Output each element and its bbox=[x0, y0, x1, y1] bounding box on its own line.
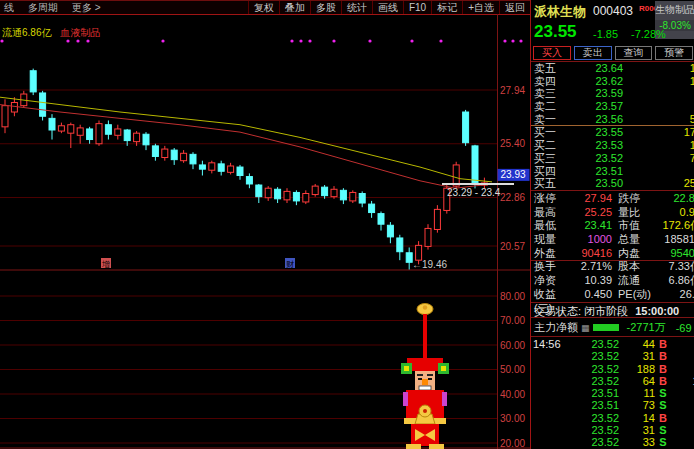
quote-panel: 派林生物 000403 R000 生物制品 -8.03% 23.55 -1.85… bbox=[530, 0, 694, 449]
stats-grid: 涨停27.94跌停22.86最高25.25量比0.93最低23.41市值172.… bbox=[531, 192, 694, 302]
trade-buttons: 买入卖出查询预警 bbox=[533, 46, 693, 60]
stock-name: 派林生物 bbox=[534, 3, 586, 21]
candle-body bbox=[190, 154, 196, 164]
candle-body bbox=[359, 194, 365, 204]
candle-body bbox=[2, 106, 8, 127]
indicator-axis-label: 30.00 bbox=[500, 413, 525, 424]
tick-row-4: 23.5111S4 bbox=[531, 387, 694, 399]
ma-line-red bbox=[0, 105, 492, 189]
stat-row-1: 最高25.25量比0.93 bbox=[531, 206, 694, 220]
chart-info-line: 流通6.86亿 血液制品 bbox=[2, 26, 100, 40]
ask-row[interactable]: 卖一23.5655 bbox=[531, 113, 694, 126]
candle-body bbox=[40, 93, 46, 116]
kline-chart-area[interactable]: 流通6.86亿 血液制品 27.9425.4022.8620.5780.0070… bbox=[0, 14, 530, 449]
main-net-row: 主力净额 ▦ -2771万 -69 bbox=[534, 320, 694, 335]
candle-body bbox=[30, 71, 36, 92]
alert-button[interactable]: 预警 bbox=[655, 46, 693, 60]
toolbar-button-5[interactable]: F10 bbox=[403, 1, 431, 14]
order-book: 卖五23.6415卖四23.6215卖三23.598卖二23.573卖一23.5… bbox=[531, 62, 694, 190]
candle-body bbox=[209, 163, 215, 170]
tick-row-7: 23.5231S5 bbox=[531, 424, 694, 436]
ask-row[interactable]: 卖二23.573 bbox=[531, 100, 694, 113]
main-net-label: 主力净额 bbox=[534, 320, 578, 335]
stat-row-3: 现量1000总量185817 bbox=[531, 233, 694, 247]
event-marker-label: 增 bbox=[101, 260, 110, 269]
buy-button[interactable]: 买入 bbox=[533, 46, 571, 60]
ask-row[interactable]: 卖五23.6415 bbox=[531, 62, 694, 75]
candle-body bbox=[68, 125, 74, 133]
price-axis-label: 22.86 bbox=[500, 192, 525, 203]
grid-icon: ▦ bbox=[581, 323, 590, 333]
toolbar-buttons: 复权叠加多股统计画线F10标记+自选返回 bbox=[248, 1, 530, 14]
bid-row[interactable]: 买四23.515 bbox=[531, 165, 694, 178]
menu-more[interactable]: 更多 > bbox=[72, 1, 101, 15]
candle-body bbox=[397, 238, 403, 252]
candle-body bbox=[369, 204, 375, 212]
indicator-axis-label: 60.00 bbox=[500, 340, 525, 351]
toolbar-button-7[interactable]: +自选 bbox=[462, 1, 499, 14]
tick-row-6: 23.5214B2 bbox=[531, 412, 694, 424]
ask-row[interactable]: 卖三23.598 bbox=[531, 87, 694, 100]
candle-body bbox=[77, 128, 83, 135]
toolbar-button-4[interactable]: 画线 bbox=[372, 1, 403, 14]
signal-dot bbox=[519, 39, 522, 42]
bid-row[interactable]: 买三23.5274 bbox=[531, 152, 694, 165]
bid-row[interactable]: 买二23.5318 bbox=[531, 139, 694, 152]
stat-row-0: 涨停27.94跌停22.86 bbox=[531, 192, 694, 206]
candle-body bbox=[293, 192, 299, 200]
candle-body bbox=[472, 146, 478, 183]
bid-row[interactable]: 买一23.55177 bbox=[531, 126, 694, 139]
signal-dot bbox=[368, 39, 371, 42]
signal-dot bbox=[332, 39, 335, 42]
menu-multi-period[interactable]: 多周期 bbox=[28, 1, 58, 15]
gap-annotation: 23.29 - 23.4 bbox=[447, 187, 501, 198]
candle-body bbox=[11, 102, 17, 112]
tick-row-3: 23.5264B11 bbox=[531, 375, 694, 387]
indicator-axis-label: 80.00 bbox=[500, 291, 525, 302]
tick-row-0: 14:5623.5244B1 bbox=[531, 338, 694, 350]
stat-row-4: 外盘90416内盘95407 bbox=[531, 247, 694, 261]
tick-row-5: 23.5173S8 bbox=[531, 399, 694, 411]
candle-body bbox=[228, 166, 234, 172]
tick-row-8: 23.5233S8 bbox=[531, 436, 694, 448]
sector-name: 生物制品 bbox=[655, 3, 694, 17]
last-price: 23.55 bbox=[534, 22, 577, 42]
price-change: -1.85 bbox=[593, 28, 618, 40]
candle-body bbox=[284, 191, 290, 199]
candle-body bbox=[425, 228, 431, 246]
indicator-axis-label: 70.00 bbox=[500, 315, 525, 326]
toolbar-button-0[interactable]: 复权 bbox=[248, 1, 279, 14]
toolbar-button-1[interactable]: 叠加 bbox=[279, 1, 310, 14]
toolbar-button-8[interactable]: 返回 bbox=[499, 1, 530, 14]
candle-body bbox=[246, 177, 252, 184]
candle-body bbox=[58, 126, 64, 131]
candle-body bbox=[237, 167, 243, 175]
price-axis-label: 27.94 bbox=[500, 85, 525, 96]
sell-button[interactable]: 卖出 bbox=[574, 46, 612, 60]
candle-body bbox=[199, 165, 205, 169]
candle-body bbox=[416, 245, 422, 260]
indicator-axis-label: 20.00 bbox=[500, 438, 525, 449]
candle-body bbox=[181, 153, 187, 160]
menu-kline[interactable]: 线 bbox=[4, 1, 14, 15]
tick-list: 14:5623.5244B123.5231B523.52188B223.5264… bbox=[531, 338, 694, 449]
toolbar-button-6[interactable]: 标记 bbox=[431, 1, 462, 14]
candle-body bbox=[105, 125, 111, 135]
bid-row[interactable]: 买五23.50253 bbox=[531, 177, 694, 190]
candle-body bbox=[87, 129, 93, 140]
tick-row-1: 23.5231B5 bbox=[531, 350, 694, 362]
query-button[interactable]: 查询 bbox=[615, 46, 653, 60]
toolbar-button-2[interactable]: 多股 bbox=[310, 1, 341, 14]
signal-dot bbox=[511, 39, 514, 42]
candle-body bbox=[218, 164, 224, 171]
toolbar-button-3[interactable]: 统计 bbox=[341, 1, 372, 14]
candle-body bbox=[152, 146, 158, 157]
float-shares-label: 流通6.86亿 bbox=[2, 27, 51, 38]
ask-row[interactable]: 卖四23.6215 bbox=[531, 75, 694, 88]
candle-body bbox=[96, 124, 102, 144]
candle-body bbox=[124, 130, 130, 141]
candle-body bbox=[312, 186, 318, 194]
candle-body bbox=[340, 190, 346, 200]
candle-body bbox=[256, 185, 262, 197]
signal-dot bbox=[410, 39, 413, 42]
